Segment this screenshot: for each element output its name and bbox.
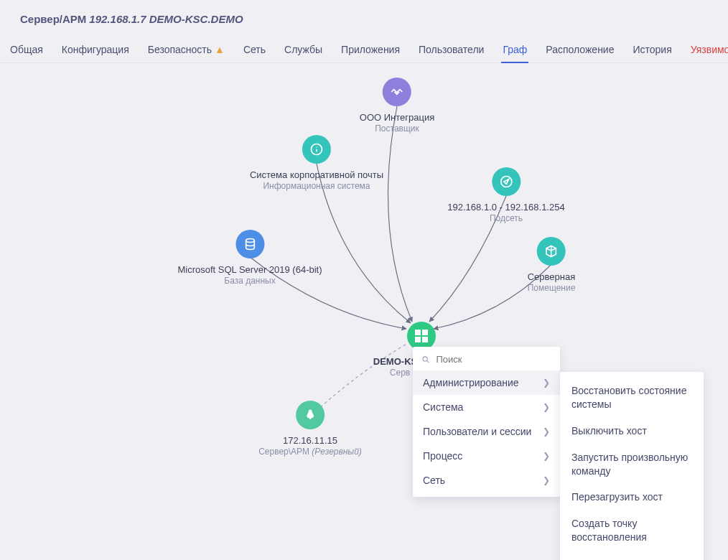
context-menu: Администрирование ❯ Система ❯ Пользовате…	[413, 347, 560, 497]
svg-point-1	[501, 177, 512, 187]
node-server-room[interactable]: Серверная Помещение	[528, 237, 576, 293]
chevron-right-icon: ❯	[543, 426, 550, 437]
menu-search-row	[413, 351, 560, 370]
tab-services[interactable]: Службы	[283, 39, 324, 62]
cube-icon	[537, 237, 566, 266]
database-icon	[235, 230, 264, 258]
network-icon	[492, 167, 521, 196]
tab-bar: Общая Конфигурация Безопасность▲ Сеть Сл…	[0, 32, 728, 63]
menu-item-label: Сеть	[423, 475, 445, 486]
handshake-icon	[383, 78, 411, 106]
context-submenu: Восстановить состояние системы Выключить…	[560, 372, 704, 560]
info-system-icon	[302, 135, 331, 164]
menu-item-label: Администрирование	[423, 377, 519, 388]
menu-item-administration[interactable]: Администрирование ❯	[413, 370, 560, 395]
node-label: 192.168.1.0 - 192.168.1.254	[447, 202, 564, 213]
windows-icon	[407, 322, 436, 350]
chevron-right-icon: ❯	[543, 378, 550, 388]
submenu-reboot-host[interactable]: Перезагрузить хост	[560, 484, 704, 510]
svg-point-2	[246, 239, 254, 243]
menu-search-input[interactable]	[436, 354, 551, 365]
submenu-restore-system[interactable]: Восстановить состояние системы	[560, 378, 704, 418]
page-title: Сервер/АРМ 192.168.1.7 DEMO-KSC.DEMO	[20, 13, 708, 25]
node-subtitle: Помещение	[528, 283, 576, 293]
menu-item-label: Система	[423, 401, 463, 413]
node-label: Система корпоративной почты	[250, 169, 383, 180]
node-subtitle: Подсеть	[447, 213, 564, 223]
node-subtitle: Информационная система	[250, 181, 383, 191]
submenu-run-command[interactable]: Запустить произвольную команду	[560, 444, 704, 485]
menu-item-process[interactable]: Процесс ❯	[413, 444, 560, 468]
node-label: ООО Интеграция	[360, 112, 434, 123]
title-ip: 192.168.1.7	[89, 13, 146, 25]
tab-security[interactable]: Безопасность▲	[146, 39, 226, 62]
submenu-shutdown-host[interactable]: Выключить хост	[560, 418, 704, 444]
tab-vulnerabilities[interactable]: Уязвимости	[689, 39, 728, 62]
chevron-right-icon: ❯	[543, 451, 550, 461]
tab-location[interactable]: Расположение	[544, 39, 615, 62]
chevron-right-icon: ❯	[543, 402, 550, 412]
svg-point-3	[423, 356, 427, 360]
tab-applications[interactable]: Приложения	[340, 39, 401, 62]
menu-item-network[interactable]: Сеть ❯	[413, 468, 560, 493]
title-type: Сервер/АРМ	[20, 13, 86, 25]
title-host: DEMO-KSC.DEMO	[149, 13, 243, 25]
graph-canvas[interactable]: ООО Интеграция Поставщик Система корпора…	[0, 63, 728, 560]
node-subnet[interactable]: 192.168.1.0 - 192.168.1.254 Подсеть	[447, 167, 564, 223]
node-label: Microsoft SQL Server 2019 (64-bit)	[177, 264, 322, 275]
tab-graph[interactable]: Граф	[501, 39, 528, 62]
node-sql-server[interactable]: Microsoft SQL Server 2019 (64-bit) База …	[177, 230, 322, 286]
submenu-delete-directory[interactable]: Удалить каталог	[560, 551, 704, 560]
node-subtitle: База данных	[177, 276, 322, 286]
tab-general[interactable]: Общая	[9, 39, 45, 62]
tab-history[interactable]: История	[631, 39, 673, 62]
node-subtitle: Поставщик	[360, 123, 434, 134]
node-label: 172.16.11.15	[258, 435, 362, 446]
linux-icon	[296, 401, 325, 429]
menu-item-label: Процесс	[423, 450, 462, 462]
node-backup-host[interactable]: 172.16.11.15 Сервер\АРМ (Резервный)	[258, 401, 362, 457]
node-organization[interactable]: ООО Интеграция Поставщик	[360, 78, 434, 134]
tab-configuration[interactable]: Конфигурация	[60, 39, 131, 62]
node-mail-system[interactable]: Система корпоративной почты Информационн…	[250, 135, 383, 191]
menu-item-users-sessions[interactable]: Пользователи и сессии ❯	[413, 419, 560, 444]
node-subtitle: Сервер\АРМ (Резервный)	[258, 447, 362, 457]
tab-users[interactable]: Пользователи	[417, 39, 485, 62]
node-label: Серверная	[528, 271, 576, 282]
tab-network[interactable]: Сеть	[242, 39, 267, 62]
submenu-create-restore-point[interactable]: Создать точку восстановления	[560, 510, 704, 551]
search-icon	[421, 355, 430, 365]
menu-item-system[interactable]: Система ❯	[413, 395, 560, 419]
page-header: Сервер/АРМ 192.168.1.7 DEMO-KSC.DEMO	[0, 0, 728, 32]
warning-icon: ▲	[215, 44, 225, 55]
menu-item-label: Пользователи и сессии	[423, 426, 531, 437]
chevron-right-icon: ❯	[543, 475, 550, 485]
